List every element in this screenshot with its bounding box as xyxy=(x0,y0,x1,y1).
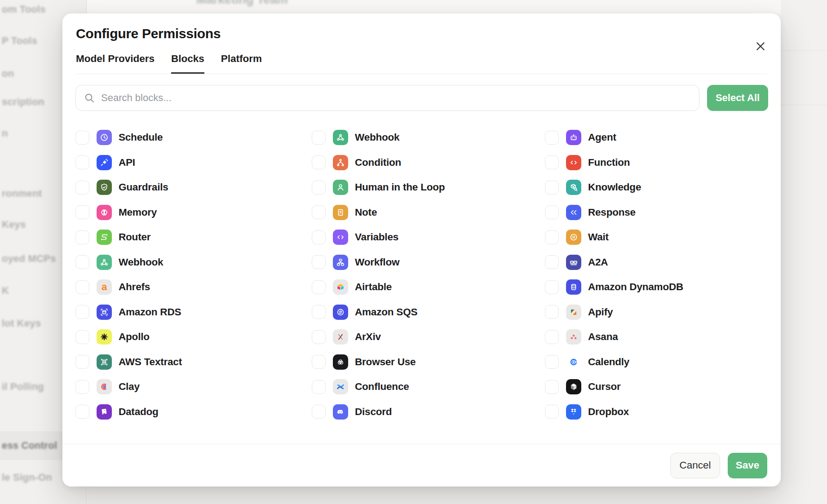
block-label: Amazon SQS xyxy=(355,306,417,318)
block-checkbox[interactable] xyxy=(75,255,89,269)
block-checkbox[interactable] xyxy=(545,355,559,369)
cube-search-icon xyxy=(566,180,581,195)
tab-blocks[interactable]: Blocks xyxy=(171,53,204,74)
block-label: Airtable xyxy=(355,281,392,293)
block-label: Asana xyxy=(588,331,618,343)
background-sidebar-item: scription xyxy=(2,96,44,108)
brain-icon xyxy=(97,205,112,220)
block-checkbox[interactable] xyxy=(312,330,326,344)
block-row: ArXiv xyxy=(312,329,545,345)
block-checkbox[interactable] xyxy=(312,380,326,394)
search-input[interactable] xyxy=(75,85,699,111)
block-row: Airtable xyxy=(312,279,545,295)
tab-model-providers[interactable]: Model Providers xyxy=(76,53,155,74)
block-checkbox[interactable] xyxy=(312,131,326,145)
background-page-title: Marketing Team xyxy=(196,0,288,7)
block-checkbox[interactable] xyxy=(545,205,559,219)
block-row: Confluence xyxy=(312,379,545,394)
db-icon xyxy=(566,279,581,295)
tab-platform[interactable]: Platform xyxy=(221,53,262,74)
background-sidebar-item: ronment xyxy=(2,188,42,199)
block-label: AWS Textract xyxy=(119,356,182,368)
block-row: aAhrefs xyxy=(75,279,312,295)
block-row: Schedule xyxy=(75,130,312,145)
block-checkbox[interactable] xyxy=(545,405,559,419)
block-checkbox[interactable] xyxy=(312,255,326,269)
block-label: Workflow xyxy=(355,256,399,268)
block-checkbox[interactable] xyxy=(545,305,559,319)
background-divider xyxy=(781,105,827,105)
block-row: Webhook xyxy=(312,130,545,145)
block-checkbox[interactable] xyxy=(545,181,559,195)
cursor-icon xyxy=(566,379,581,394)
block-row: Variables xyxy=(312,230,545,245)
block-row: Datadog xyxy=(75,404,312,420)
block-checkbox[interactable] xyxy=(75,405,89,419)
block-row: Memory xyxy=(75,205,312,220)
block-checkbox[interactable] xyxy=(75,230,89,244)
block-label: Amazon RDS xyxy=(119,306,181,318)
block-checkbox[interactable] xyxy=(75,330,89,344)
block-checkbox[interactable] xyxy=(545,280,559,294)
block-checkbox[interactable] xyxy=(75,280,89,294)
search-icon xyxy=(84,93,95,103)
block-row: Apify xyxy=(545,305,768,320)
block-label: Apify xyxy=(588,306,613,318)
block-row: A2A xyxy=(545,255,768,270)
background-sidebar-item: oyed MCPs xyxy=(2,253,56,265)
block-row: Browser Use xyxy=(312,354,545,370)
block-checkbox[interactable] xyxy=(75,155,89,169)
block-checkbox[interactable] xyxy=(545,380,559,394)
block-checkbox[interactable] xyxy=(312,155,326,169)
block-label: Wait xyxy=(588,231,609,243)
block-row: Clay xyxy=(75,379,312,394)
block-checkbox[interactable] xyxy=(75,205,89,219)
block-checkbox[interactable] xyxy=(312,181,326,195)
tab-bar: Model Providers Blocks Platform xyxy=(76,53,767,74)
block-label: Knowledge xyxy=(588,181,641,193)
note-icon xyxy=(333,205,348,220)
block-label: Condition xyxy=(355,157,401,168)
save-button[interactable]: Save xyxy=(728,453,767,478)
block-checkbox[interactable] xyxy=(312,205,326,219)
block-checkbox[interactable] xyxy=(312,280,326,294)
toolbar: Select All xyxy=(75,85,768,111)
block-row: Calendly xyxy=(545,354,768,370)
block-checkbox[interactable] xyxy=(75,131,89,145)
block-checkbox[interactable] xyxy=(312,305,326,319)
block-checkbox[interactable] xyxy=(545,155,559,169)
block-checkbox[interactable] xyxy=(545,330,559,344)
dropbox-icon xyxy=(566,404,581,420)
doc-scan-icon xyxy=(97,354,112,370)
block-checkbox[interactable] xyxy=(545,255,559,269)
block-row: Function xyxy=(545,155,768,170)
background-sidebar-item: K xyxy=(2,285,9,296)
route-icon xyxy=(97,230,112,245)
background-sidebar-item: on xyxy=(2,68,14,80)
block-row: Apollo xyxy=(75,329,312,345)
robots2-icon xyxy=(566,255,581,270)
block-label: Amazon DynamoDB xyxy=(588,281,683,293)
block-checkbox[interactable] xyxy=(75,305,89,319)
block-row: Amazon DynamoDB xyxy=(545,279,768,295)
select-all-button[interactable]: Select All xyxy=(707,85,768,111)
block-label: Note xyxy=(355,207,377,218)
block-checkbox[interactable] xyxy=(545,131,559,145)
search-box xyxy=(75,85,699,111)
background-sidebar-item: P Tools xyxy=(2,35,37,47)
block-checkbox[interactable] xyxy=(312,355,326,369)
block-checkbox[interactable] xyxy=(75,380,89,394)
block-row: Discord xyxy=(312,404,545,420)
cancel-button[interactable]: Cancel xyxy=(670,453,720,478)
webhook-icon xyxy=(333,130,348,145)
block-checkbox[interactable] xyxy=(312,230,326,244)
background-sidebar-item: le Sign-On xyxy=(2,472,52,483)
close-icon[interactable] xyxy=(753,39,768,54)
block-checkbox[interactable] xyxy=(312,405,326,419)
block-checkbox[interactable] xyxy=(545,230,559,244)
arxiv-icon xyxy=(333,329,348,345)
block-checkbox[interactable] xyxy=(75,355,89,369)
block-checkbox[interactable] xyxy=(75,181,89,195)
block-label: A2A xyxy=(588,256,608,268)
robot-icon xyxy=(566,130,581,145)
